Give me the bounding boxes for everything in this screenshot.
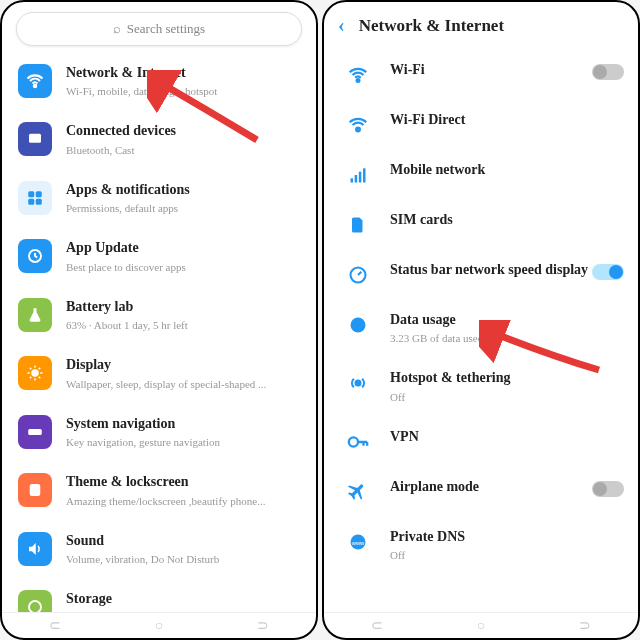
display-icon — [26, 364, 44, 382]
flask-icon — [26, 306, 44, 324]
airplane-toggle[interactable] — [592, 481, 624, 497]
svg-text:www: www — [351, 540, 365, 546]
item-app-update[interactable]: App UpdateBest place to discover apps — [2, 227, 316, 285]
nav-home-icon[interactable]: ○ — [155, 618, 163, 634]
svg-rect-13 — [351, 178, 354, 182]
svg-rect-2 — [28, 191, 34, 197]
network-list: Wi-Fi Wi-Fi Direct Mobile network SIM ca… — [324, 49, 638, 612]
item-title: Display — [66, 356, 302, 374]
svg-rect-14 — [355, 175, 358, 183]
item-wifi[interactable]: Wi-Fi — [324, 49, 638, 99]
item-title: Battery lab — [66, 298, 302, 316]
item-title: VPN — [390, 428, 624, 446]
nav-bar: ⊂○⊃ — [2, 612, 316, 638]
item-display[interactable]: DisplayWallpaper, sleep, display of spec… — [2, 344, 316, 402]
item-title: Wi-Fi — [390, 61, 592, 79]
item-title: Storage — [66, 590, 302, 608]
wifi-icon — [347, 64, 369, 86]
wifi-icon — [25, 71, 45, 91]
nav-recent-icon[interactable]: ⊃ — [257, 617, 269, 634]
svg-rect-9 — [30, 484, 41, 496]
nav-home-icon[interactable]: ○ — [477, 618, 485, 634]
gauge-icon — [348, 265, 368, 285]
item-sub: Permissions, default apps — [66, 201, 302, 215]
item-sub: Wi-Fi, mobile, data usage, hotspot — [66, 84, 302, 98]
nav-back-icon[interactable]: ⊂ — [49, 617, 61, 634]
vpn-icon — [347, 433, 369, 451]
item-apps-notifications[interactable]: Apps & notificationsPermissions, default… — [2, 169, 316, 227]
item-sub: Best place to discover apps — [66, 260, 302, 274]
item-sub: Off — [390, 548, 624, 562]
dns-icon: www — [348, 532, 368, 552]
svg-point-7 — [31, 370, 39, 378]
item-theme-lockscreen[interactable]: Theme & lockscreenAmazing theme/lockscre… — [2, 461, 316, 519]
item-sub: Volume, vibration, Do Not Disturb — [66, 552, 302, 566]
item-sub: Bluetooth, Cast — [66, 143, 302, 157]
item-network-internet[interactable]: Network & InternetWi-Fi, mobile, data us… — [2, 52, 316, 110]
svg-rect-3 — [36, 191, 42, 197]
nav-bar: ⊂○⊃ — [324, 612, 638, 638]
svg-point-10 — [29, 601, 41, 612]
item-storage[interactable]: Storage90.94% used · 2.90 GB free — [2, 578, 316, 612]
svg-rect-4 — [28, 199, 34, 205]
apps-icon — [26, 189, 44, 207]
settings-list: Network & InternetWi-Fi, mobile, data us… — [2, 52, 316, 612]
svg-point-11 — [357, 79, 360, 82]
nav-back-icon[interactable]: ⊂ — [371, 617, 383, 634]
item-title: System navigation — [66, 415, 302, 433]
item-title: Connected devices — [66, 122, 302, 140]
item-data-usage[interactable]: Data usage3.23 GB of data used — [324, 299, 638, 357]
data-icon — [348, 315, 368, 335]
item-system-navigation[interactable]: System navigationKey navigation, gesture… — [2, 403, 316, 461]
svg-point-18 — [351, 318, 366, 333]
item-hotspot-tethering[interactable]: Hotspot & tetheringOff — [324, 357, 638, 415]
item-title: Wi-Fi Direct — [390, 111, 624, 129]
wifi-direct-icon — [347, 114, 369, 136]
item-title: Airplane mode — [390, 478, 592, 496]
item-sim-cards[interactable]: SIM cards — [324, 199, 638, 249]
search-bar[interactable]: ⌕ Search settings — [16, 12, 302, 46]
header-title: Network & Internet — [359, 16, 504, 36]
item-sub: 63% · About 1 day, 5 hr left — [66, 318, 302, 332]
sound-icon — [26, 540, 44, 558]
item-title: Hotspot & tethering — [390, 369, 624, 387]
speed-toggle[interactable] — [592, 264, 624, 280]
item-mobile-network[interactable]: Mobile network — [324, 149, 638, 199]
update-icon — [26, 247, 44, 265]
svg-point-12 — [356, 128, 360, 132]
item-title: Theme & lockscreen — [66, 473, 302, 491]
item-sub: Amazing theme/lockscreen ,beautify phone… — [66, 494, 302, 508]
item-title: Apps & notifications — [66, 181, 302, 199]
storage-icon — [26, 598, 44, 612]
item-private-dns[interactable]: www Private DNSOff — [324, 516, 638, 574]
device-icon — [26, 130, 44, 148]
nav-icon — [26, 423, 44, 441]
svg-rect-1 — [29, 134, 41, 143]
svg-point-0 — [34, 85, 37, 88]
item-sub: Key navigation, gesture navigation — [66, 435, 302, 449]
item-vpn[interactable]: VPN — [324, 416, 638, 466]
hotspot-icon — [348, 373, 368, 393]
item-status-bar-speed[interactable]: Status bar network speed display — [324, 249, 638, 299]
theme-icon — [26, 481, 44, 499]
svg-point-19 — [356, 381, 361, 386]
item-title: Mobile network — [390, 161, 624, 179]
item-title: Sound — [66, 532, 302, 550]
phone-settings-main: ⌕ Search settings Network & InternetWi-F… — [0, 0, 318, 640]
back-button[interactable]: ‹ — [338, 14, 345, 37]
sim-icon — [349, 215, 367, 235]
search-placeholder: Search settings — [127, 21, 205, 37]
nav-recent-icon[interactable]: ⊃ — [579, 617, 591, 634]
item-battery-lab[interactable]: Battery lab63% · About 1 day, 5 hr left — [2, 286, 316, 344]
svg-point-20 — [349, 437, 358, 446]
item-title: Status bar network speed display — [390, 261, 592, 279]
item-title: Network & Internet — [66, 64, 302, 82]
item-airplane-mode[interactable]: Airplane mode — [324, 466, 638, 516]
svg-rect-15 — [359, 172, 362, 183]
item-wifi-direct[interactable]: Wi-Fi Direct — [324, 99, 638, 149]
phone-network-internet: ‹ Network & Internet Wi-Fi Wi-Fi Direct … — [322, 0, 640, 640]
item-connected-devices[interactable]: Connected devicesBluetooth, Cast — [2, 110, 316, 168]
plane-icon — [348, 482, 368, 502]
wifi-toggle[interactable] — [592, 64, 624, 80]
item-sound[interactable]: SoundVolume, vibration, Do Not Disturb — [2, 520, 316, 578]
